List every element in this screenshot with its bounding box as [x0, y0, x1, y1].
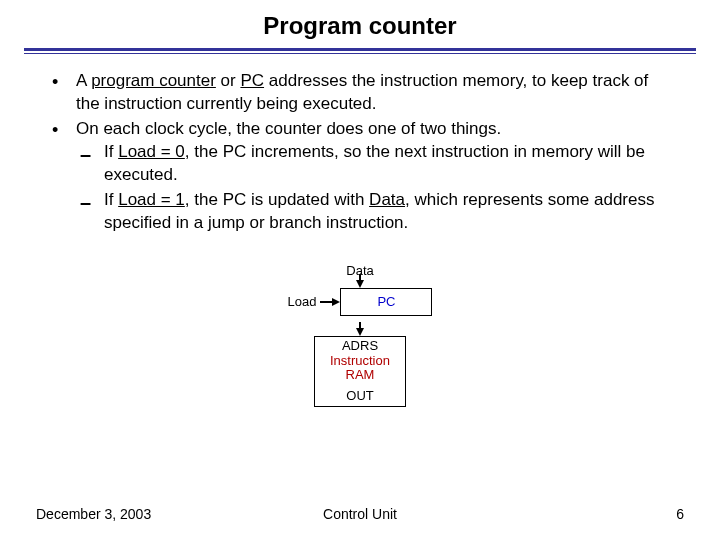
- diagram-ram-box: ADRS Instruction RAM OUT: [314, 336, 406, 408]
- diagram: Data Load PC ADRS Instruction RAM OUT: [48, 263, 672, 408]
- dash-2: If Load = 1, the PC is updated with Data…: [76, 189, 672, 235]
- diagram-pc-box: PC: [340, 288, 432, 316]
- dash-1: If Load = 0, the PC increments, so the n…: [76, 141, 672, 187]
- body-content: A program counter or PC addresses the in…: [0, 70, 720, 407]
- footer-date: December 3, 2003: [36, 506, 151, 522]
- term-data: Data: [369, 190, 405, 209]
- title-rule: [24, 48, 696, 54]
- diagram-out-label: OUT: [315, 389, 405, 404]
- arrow-right-icon: [332, 298, 340, 306]
- term-pc: PC: [240, 71, 264, 90]
- arrow-down-icon: [356, 280, 364, 288]
- diagram-adrs-label: ADRS: [315, 339, 405, 354]
- cond-load-0: Load = 0: [118, 142, 185, 161]
- slide-title: Program counter: [0, 0, 720, 48]
- footer: December 3, 2003 Control Unit 6: [0, 506, 720, 522]
- term-program-counter: program counter: [91, 71, 216, 90]
- bullet-1: A program counter or PC addresses the in…: [48, 70, 672, 116]
- diagram-load-label: Load: [288, 294, 317, 309]
- diagram-ram-label: Instruction RAM: [315, 354, 405, 384]
- footer-page-number: 6: [676, 506, 684, 522]
- cond-load-1: Load = 1: [118, 190, 185, 209]
- arrow-down-icon: [356, 328, 364, 336]
- bullet-2: On each clock cycle, the counter does on…: [48, 118, 672, 235]
